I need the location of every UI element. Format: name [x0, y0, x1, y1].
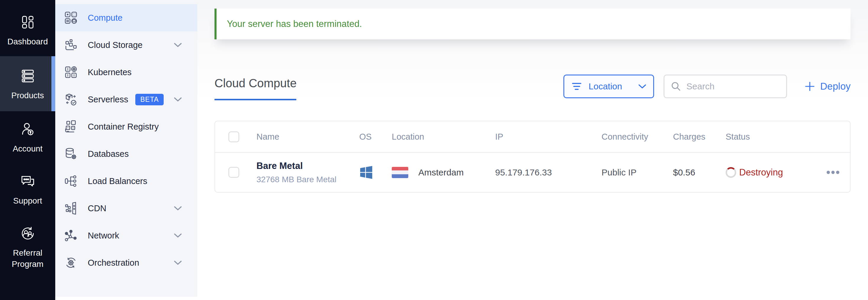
- product-nav-label: Serverless: [88, 95, 128, 104]
- column-header-charges: Charges: [673, 132, 725, 142]
- title-block: Cloud Compute: [215, 73, 297, 100]
- server-name-cell: Bare Metal 32768 MB Bare Metal: [256, 161, 359, 184]
- sidebar-item-label: Referral Program: [2, 247, 53, 270]
- sidebar-item-label: Account: [13, 143, 42, 155]
- deploy-button[interactable]: Deploy: [805, 75, 850, 98]
- databases-icon: [64, 147, 78, 160]
- search-box: [663, 75, 787, 98]
- product-nav-label: Kubernetes: [88, 67, 131, 77]
- select-all-checkbox[interactable]: [228, 131, 239, 142]
- windows-os-icon: [359, 166, 373, 179]
- row-checkbox-cell: [215, 167, 256, 178]
- dashboard-icon: [20, 15, 35, 30]
- row-actions-cell: [816, 168, 850, 177]
- filter-icon: [571, 82, 582, 91]
- network-icon: [64, 229, 78, 242]
- filter-label: Location: [589, 81, 639, 91]
- destroying-spinner-icon: [725, 167, 736, 178]
- sidebar-item-label: Support: [13, 195, 42, 207]
- compute-icon: [64, 11, 78, 24]
- alert-message: Your server has been terminated.: [227, 19, 362, 29]
- search-icon: [671, 81, 681, 91]
- chevron-down-icon: [174, 261, 182, 265]
- deploy-label: Deploy: [820, 81, 850, 92]
- column-header-ip: IP: [495, 132, 601, 142]
- app-root: Dashboard Products: [0, 0, 868, 300]
- product-nav-orchestration[interactable]: Orchestration: [55, 249, 197, 276]
- active-indicator-bar: [52, 56, 55, 111]
- server-spec: 32768 MB Bare Metal: [256, 175, 359, 184]
- os-cell: [359, 166, 392, 179]
- plus-icon: [805, 81, 815, 91]
- table-row: Bare Metal 32768 MB Bare Metal: [215, 153, 850, 192]
- sidebar-item-account[interactable]: Account: [0, 111, 55, 163]
- sidebar-item-referral-program[interactable]: Referral Program: [0, 215, 55, 279]
- product-nav-label: Cloud Storage: [88, 40, 143, 50]
- instances-table: Name OS Location IP Connectivity Charges…: [215, 121, 850, 193]
- location-cell: Amsterdam: [392, 167, 495, 178]
- sidebar-item-label: Dashboard: [7, 36, 48, 47]
- product-nav-label: Load Balancers: [88, 176, 148, 186]
- toolbar: Location: [563, 75, 850, 98]
- cloud-storage-icon: [64, 38, 78, 52]
- status-cell: Destroying: [725, 167, 816, 178]
- sidebar-item-support[interactable]: Support: [0, 163, 55, 215]
- active-tab-indicator: [215, 99, 296, 100]
- ip-address: 95.179.176.33: [495, 167, 601, 178]
- column-header-os: OS: [359, 132, 392, 142]
- product-nav-databases[interactable]: Databases: [55, 140, 197, 167]
- location-name: Amsterdam: [418, 167, 464, 178]
- row-checkbox[interactable]: [228, 167, 239, 178]
- charges-value: $0.56: [673, 167, 725, 178]
- product-nav-label: Compute: [88, 13, 123, 23]
- row-menu-button[interactable]: [824, 168, 842, 177]
- product-nav-label: CDN: [88, 203, 106, 213]
- main-content: Your server has been terminated. Cloud C…: [197, 0, 868, 300]
- sidebar-item-label: Products: [11, 90, 44, 101]
- product-nav-kubernetes[interactable]: Kubernetes: [55, 59, 197, 86]
- success-alert: Your server has been terminated.: [215, 8, 850, 39]
- product-nav-label: Databases: [88, 149, 129, 159]
- chevron-down-icon: [639, 84, 646, 89]
- header-checkbox-cell: [215, 131, 256, 142]
- sidebar-item-dashboard[interactable]: Dashboard: [0, 0, 55, 56]
- status-badge: Destroying: [739, 167, 783, 178]
- column-header-status: Status: [725, 132, 816, 142]
- server-name-link[interactable]: Bare Metal: [256, 161, 359, 171]
- product-nav-load-balancers[interactable]: Load Balancers: [55, 167, 197, 195]
- table-header-row: Name OS Location IP Connectivity Charges…: [215, 121, 850, 153]
- product-nav-label: Container Registry: [88, 122, 159, 132]
- products-sidebar: Compute Cloud Storage: [55, 0, 197, 300]
- serverless-icon: [64, 93, 78, 106]
- chevron-down-icon: [174, 97, 182, 102]
- column-header-location: Location: [392, 132, 495, 142]
- location-filter-button[interactable]: Location: [563, 75, 654, 98]
- chevron-down-icon: [174, 206, 182, 211]
- connectivity-value: Public IP: [601, 167, 673, 178]
- product-nav-label: Network: [88, 231, 119, 241]
- load-balancers-icon: [64, 174, 78, 188]
- product-nav-cdn[interactable]: CDN: [55, 195, 197, 222]
- column-header-name: Name: [256, 132, 359, 142]
- support-icon: [20, 174, 35, 189]
- kubernetes-icon: [64, 66, 78, 79]
- sidebar-item-products[interactable]: Products: [0, 56, 55, 111]
- orchestration-icon: [64, 256, 78, 269]
- beta-badge: BETA: [135, 94, 164, 105]
- section-header: Cloud Compute Location: [215, 73, 850, 107]
- primary-sidebar: Dashboard Products: [0, 0, 55, 300]
- search-input[interactable]: [686, 81, 800, 91]
- products-icon: [20, 69, 35, 83]
- cdn-icon: [64, 202, 78, 215]
- referral-icon: [20, 226, 35, 241]
- product-nav-compute[interactable]: Compute: [55, 4, 197, 31]
- product-nav-container-registry[interactable]: Container Registry: [55, 113, 197, 140]
- product-nav-serverless[interactable]: Serverless BETA: [55, 86, 197, 113]
- product-nav-network[interactable]: Network: [55, 222, 197, 249]
- page-title: Cloud Compute: [215, 76, 297, 90]
- account-icon: [20, 122, 35, 137]
- product-nav-cloud-storage[interactable]: Cloud Storage: [55, 31, 197, 59]
- product-nav-label: Orchestration: [88, 258, 139, 268]
- column-header-connectivity: Connectivity: [601, 132, 673, 142]
- netherlands-flag-icon: [392, 167, 408, 178]
